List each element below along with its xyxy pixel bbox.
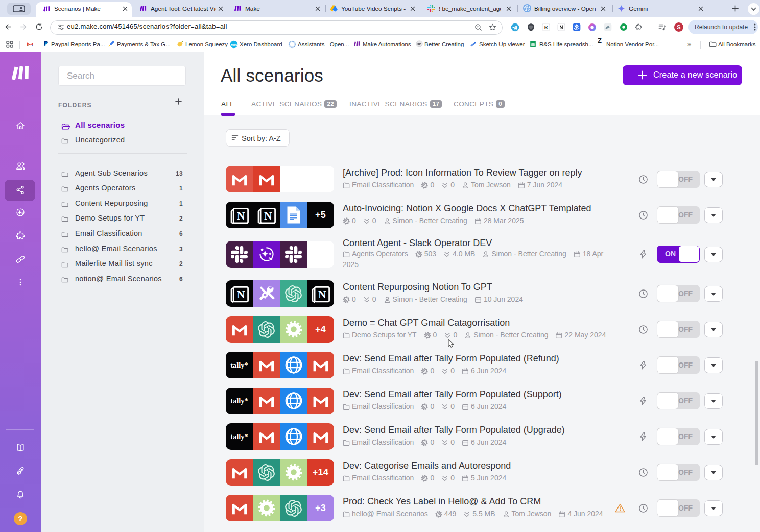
svg-text:?: ? [18,515,23,523]
svg-text:R: R [544,25,548,30]
svg-text:N: N [237,288,245,301]
svg-text:xero: xero [230,43,238,46]
svg-text:N: N [318,288,326,301]
svg-text:N: N [237,210,245,222]
svg-text:N: N [264,210,272,222]
